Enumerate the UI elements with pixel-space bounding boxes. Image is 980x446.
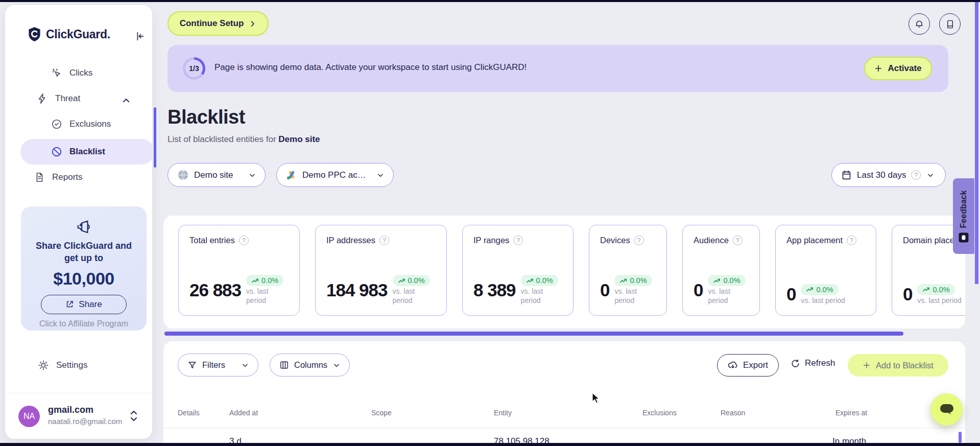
stat-note: vs. last period xyxy=(521,287,562,305)
continue-setup-label: Continue Setup xyxy=(180,18,244,29)
site-selector-value: Demo site xyxy=(194,170,233,180)
refresh-icon xyxy=(791,359,800,368)
column-header: Details xyxy=(178,409,200,417)
stats-panel: Total entries?26 8830.0%vs. last periodI… xyxy=(163,216,965,328)
continue-setup-button[interactable]: Continue Setup xyxy=(168,11,269,36)
stats-row: Total entries?26 8830.0%vs. last periodI… xyxy=(178,225,965,316)
cell-expires-at: In month xyxy=(832,436,866,443)
stat-delta-badge: 0.0% xyxy=(917,284,954,295)
stat-label: Audience xyxy=(694,236,729,245)
app-root: ClickGuard. Clicks Threat Exclusions xyxy=(0,0,980,446)
sidebar-item-settings[interactable]: Settings xyxy=(38,360,87,371)
stat-delta-badge: 0.0% xyxy=(393,275,430,286)
account-email: naatali.ro@gmail.com xyxy=(48,417,122,426)
columns-button[interactable]: Columns xyxy=(270,354,350,377)
docs-button[interactable] xyxy=(939,13,961,35)
cloud-download-icon xyxy=(728,360,738,370)
column-header: Reason xyxy=(721,409,745,417)
column-header: Expires at xyxy=(835,409,867,417)
stat-delta-badge: 0.0% xyxy=(614,275,652,286)
column-header: Added at xyxy=(229,409,258,417)
brand-name: ClickGuard. xyxy=(46,28,110,41)
brand-logo: ClickGuard. xyxy=(28,27,110,42)
chevron-down-icon xyxy=(249,172,256,179)
sidebar-scrollbar[interactable] xyxy=(154,107,156,168)
date-range-selector[interactable]: Last 30 days ? xyxy=(831,163,946,187)
stat-label: App placement xyxy=(786,236,843,245)
refresh-button[interactable]: Refresh xyxy=(791,358,835,368)
help-icon[interactable]: ? xyxy=(634,236,644,245)
sidebar-item-label: Exclusions xyxy=(69,119,111,129)
stat-card: App placement?00.0%vs. last period xyxy=(775,225,876,316)
horizontal-scrollbar[interactable] xyxy=(164,332,903,336)
stat-value: 26 883 xyxy=(189,280,241,300)
stat-value: 0 xyxy=(786,284,796,304)
stat-delta-badge: 0.0% xyxy=(708,275,745,286)
feedback-app-icon xyxy=(959,232,969,242)
cell-added-at: 3 d xyxy=(229,436,242,443)
document-icon xyxy=(34,172,45,183)
columns-icon xyxy=(279,360,289,370)
sidebar-item-blacklist[interactable]: Blacklist xyxy=(51,146,105,157)
column-header: Exclusions xyxy=(642,409,677,417)
column-header: Entity xyxy=(494,409,512,417)
sidebar-item-label: Settings xyxy=(56,360,87,370)
sidebar-item-reports[interactable]: Reports xyxy=(34,172,83,183)
add-to-blacklist-label: Add to Blacklist xyxy=(876,361,934,370)
notifications-button[interactable] xyxy=(909,13,930,35)
affiliate-promo-card[interactable]: Share ClickGuard and get up to $10,000 S… xyxy=(21,206,147,331)
sidebar-item-exclusions[interactable]: Exclusions xyxy=(51,119,111,130)
subtitle-site-name: Demo site xyxy=(278,134,320,144)
share-button[interactable]: Share xyxy=(41,295,127,314)
stat-label: IP ranges xyxy=(473,236,509,245)
sidebar-item-clicks[interactable]: Clicks xyxy=(51,67,92,79)
help-icon[interactable]: ? xyxy=(379,236,389,245)
account-switcher[interactable]: NA gmail.com naatali.ro@gmail.com xyxy=(5,393,152,439)
external-link-icon xyxy=(65,300,74,309)
stat-note: vs. last period xyxy=(801,296,845,306)
stat-label: IP addresses xyxy=(326,236,375,245)
add-to-blacklist-button[interactable]: Add to Blacklist xyxy=(848,354,948,377)
filters-button[interactable]: Filters xyxy=(178,354,258,377)
chevron-down-icon xyxy=(927,172,934,179)
window-bottom-strip xyxy=(0,443,980,446)
stat-card: Devices?00.0%vs. last period xyxy=(589,225,667,316)
stat-note: vs. last period xyxy=(393,287,436,305)
avatar: NA xyxy=(18,406,40,427)
globe-icon xyxy=(177,169,189,181)
help-icon[interactable]: ? xyxy=(847,236,856,245)
ppc-account-selector[interactable]: Demo PPC ac… xyxy=(276,163,394,187)
chat-launcher-button[interactable] xyxy=(930,393,963,426)
demo-data-banner: 1/3 Page is showing demo data. Activate … xyxy=(168,45,948,92)
table-row[interactable]: 3 d 78.105.98.128 In month xyxy=(163,434,965,443)
gear-icon xyxy=(38,360,49,371)
sidebar-collapse-icon[interactable] xyxy=(134,31,145,42)
activate-button[interactable]: Activate xyxy=(864,57,932,80)
funnel-icon xyxy=(187,360,197,370)
export-button[interactable]: Export xyxy=(717,354,779,377)
stat-card: IP addresses?184 9830.0%vs. last period xyxy=(315,225,447,316)
activate-label: Activate xyxy=(888,63,921,74)
feedback-label: Feedback xyxy=(959,190,968,228)
chevron-down-icon xyxy=(333,362,340,369)
help-icon[interactable]: ? xyxy=(733,236,743,245)
stat-delta-badge: 0.0% xyxy=(521,275,558,286)
stat-delta-badge: 0.0% xyxy=(801,284,838,295)
banner-message: Page is showing demo data. Activate your… xyxy=(214,62,527,73)
help-icon[interactable]: ? xyxy=(239,236,249,245)
chevron-up-down-icon[interactable] xyxy=(130,409,138,423)
trend-up-icon xyxy=(922,286,930,293)
window-scrollbar[interactable] xyxy=(975,2,978,284)
site-selector[interactable]: Demo site xyxy=(168,163,266,187)
table-scrollbar[interactable] xyxy=(959,432,962,443)
help-icon[interactable]: ? xyxy=(513,236,523,245)
chevron-up-icon[interactable] xyxy=(122,96,131,105)
calendar-icon xyxy=(841,170,852,180)
feedback-tab[interactable]: Feedback xyxy=(953,178,974,254)
column-header: Scope xyxy=(371,409,392,417)
cursor-click-icon xyxy=(51,67,62,79)
help-icon[interactable]: ? xyxy=(911,170,921,180)
plus-icon xyxy=(863,361,871,369)
sidebar-item-threat[interactable]: Threat xyxy=(37,93,80,104)
page-title: Blacklist xyxy=(168,106,245,128)
